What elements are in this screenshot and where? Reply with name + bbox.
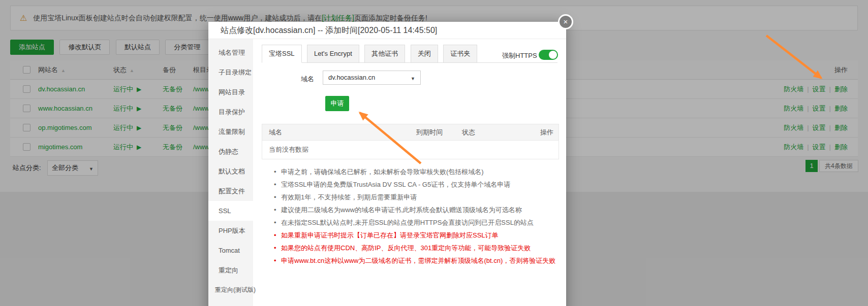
tab-close-ssl[interactable]: 关闭: [411, 45, 438, 63]
modal-body: 域名管理 子目录绑定 网站目录 目录保护 流量限制 伪静态 默认文档 配置文件 …: [208, 39, 566, 306]
note-item-red: 申请www.bt.cn这种以www为二级域名的证书，需绑定并解析顶级域名(bt.…: [262, 254, 559, 267]
sidebar-item-redirect[interactable]: 重定向: [208, 260, 253, 280]
cert-header-domain: 域名: [262, 128, 410, 137]
domain-label: 域名: [301, 75, 314, 84]
tab-bt-ssl[interactable]: 宝塔SSL: [262, 45, 302, 63]
force-https-label: 强制HTTPS: [502, 51, 537, 60]
modal-title: 站点修改[dv.hocassian.cn] -- 添加时间[2020-05-11…: [208, 22, 566, 39]
note-item: 有效期1年，不支持续签，到期后需要重新申请: [262, 191, 559, 203]
sidebar-item-tomcat[interactable]: Tomcat: [208, 241, 253, 260]
tab-other-cert[interactable]: 其他证书: [364, 45, 405, 63]
cert-table-header: 域名 到期时间 状态 操作: [262, 124, 559, 141]
domain-select[interactable]: dv.hocassian.cn ▼: [323, 71, 421, 85]
tab-cert-folder[interactable]: 证书夹: [443, 45, 477, 63]
sidebar-item-ssl[interactable]: SSL: [208, 201, 253, 221]
sidebar-item-dir-protect[interactable]: 目录保护: [208, 102, 253, 122]
sidebar-item-traffic-limit[interactable]: 流量限制: [208, 122, 253, 142]
cert-table: 域名 到期时间 状态 操作 当前没有数据: [262, 124, 559, 159]
sidebar-item-domain-manage[interactable]: 域名管理: [208, 43, 253, 62]
cert-header-status: 状态: [455, 128, 529, 137]
sidebar-item-redirect-beta[interactable]: 重定向(测试版): [208, 280, 253, 300]
sidebar-item-config-file[interactable]: 配置文件: [208, 181, 253, 201]
sidebar-item-site-dir[interactable]: 网站目录: [208, 82, 253, 102]
close-icon[interactable]: ×: [558, 14, 573, 29]
note-item: 申请之前，请确保域名已解析，如未解析会导致审核失败(包括根域名): [262, 165, 559, 178]
modal-sidebar: 域名管理 子目录绑定 网站目录 目录保护 流量限制 伪静态 默认文档 配置文件 …: [208, 39, 253, 306]
note-item-red: 如果您的站点有使用CDN、高防IP、反向代理、301重定向等功能，可能导致验证失…: [262, 242, 559, 254]
modal-content: 宝塔SSL Let's Encrypt 其他证书 关闭 证书夹 强制HTTPS …: [253, 39, 566, 306]
note-item: 建议使用二级域名为www的域名申请证书,此时系统会默认赠送顶级域名为可选名称: [262, 203, 559, 216]
sidebar-item-subdir-bind[interactable]: 子目录绑定: [208, 62, 253, 82]
ssl-notes-list: 申请之前，请确保域名已解析，如未解析会导致审核失败(包括根域名) 宝塔SSL申请…: [262, 165, 559, 267]
site-modify-modal: 站点修改[dv.hocassian.cn] -- 添加时间[2020-05-11…: [208, 22, 566, 306]
cert-header-expiry: 到期时间: [410, 128, 455, 137]
apply-button[interactable]: 申请: [325, 96, 349, 111]
sidebar-item-php-version[interactable]: PHP版本: [208, 221, 253, 241]
sidebar-item-default-doc[interactable]: 默认文档: [208, 161, 253, 181]
caret-down-icon: ▼: [411, 72, 415, 85]
note-item: 在未指定SSL默认站点时,未开启SSL的站点使用HTTPS会直接访问到已开启SS…: [262, 216, 559, 229]
note-item-red: 如果重新申请证书时提示【订单已存在】请登录宝塔官网删除对应SSL订单: [262, 229, 559, 242]
page-root: ⚠ 使用宝塔Linux面板创建站点时会自动创建权限配置，统一使用www用户，建站…: [0, 0, 868, 306]
cert-table-empty-row: 当前没有数据: [262, 141, 559, 159]
sidebar-item-rewrite[interactable]: 伪静态: [208, 142, 253, 161]
tab-lets-encrypt[interactable]: Let's Encrypt: [307, 45, 359, 63]
note-item: 宝塔SSL申请的是免费版TrustAsia DV SSL CA - G5证书，仅…: [262, 178, 559, 191]
toggle-knob: [549, 51, 557, 59]
cert-header-actions: 操作: [529, 128, 559, 137]
force-https-toggle[interactable]: [539, 50, 558, 60]
